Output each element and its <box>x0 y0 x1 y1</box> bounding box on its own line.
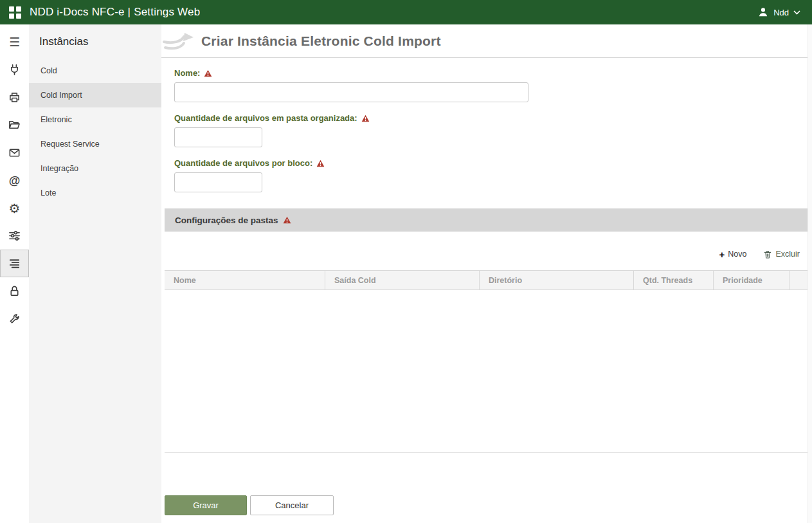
qtd-pasta-label-row: Quantidade de arquivos em pasta organiza… <box>174 113 807 123</box>
new-row-button[interactable]: + Novo <box>719 249 747 260</box>
sidebar-item-cold-import[interactable]: Cold Import <box>29 83 161 107</box>
gear-icon: ⚙ <box>9 202 21 215</box>
qtd-bloco-input[interactable] <box>174 172 262 192</box>
sidebar: Instâncias Cold Cold Import Eletronic Re… <box>29 24 161 523</box>
column-header-nome[interactable]: Nome <box>165 271 325 289</box>
user-icon <box>757 6 769 18</box>
top-bar: NDD i-Docs NFC-e | Settings Web Ndd <box>0 0 812 24</box>
sliders-icon <box>8 230 21 242</box>
form-actions: Gravar Cancelar <box>165 495 807 515</box>
delete-row-label: Excluir <box>775 250 800 259</box>
sidebar-item-lote[interactable]: Lote <box>29 181 161 205</box>
column-header-spacer <box>789 271 807 289</box>
sidebar-item-integracao[interactable]: Integração <box>29 156 161 181</box>
qtd-bloco-label: Quantidade de arquivos por bloco: <box>174 158 312 168</box>
rail-item-folders[interactable] <box>0 111 29 139</box>
qtd-pasta-label: Quantidade de arquivos em pasta organiza… <box>174 113 357 123</box>
save-button[interactable]: Gravar <box>165 495 247 515</box>
sidebar-item-eletronic[interactable]: Eletronic <box>29 107 161 132</box>
column-header-diretorio[interactable]: Diretório <box>480 271 634 289</box>
grid-toolbar: + Novo Excluir <box>165 246 807 262</box>
wrench-icon <box>8 313 21 325</box>
rail-item-parameters[interactable] <box>0 222 29 250</box>
app-title: NDD i-Docs NFC-e | Settings Web <box>30 6 200 19</box>
app-launcher-icon[interactable] <box>0 0 30 24</box>
at-sign-icon: @ <box>9 175 21 187</box>
rail-item-menu[interactable]: ☰ <box>0 28 29 56</box>
main-panel: Criar Instância Eletronic Cold Import No… <box>161 24 812 523</box>
sidebar-item-request-service[interactable]: Request Service <box>29 132 161 156</box>
qtd-pasta-input[interactable] <box>174 127 262 147</box>
printer-icon <box>8 91 21 104</box>
rail-item-tools[interactable] <box>0 305 29 333</box>
vertical-scrollbar[interactable] <box>807 24 812 523</box>
plug-icon <box>8 64 21 76</box>
required-warning-icon <box>283 216 291 224</box>
lock-icon <box>8 285 21 297</box>
column-header-saida-cold[interactable]: Saída Cold <box>325 271 480 289</box>
folder-open-icon <box>8 119 21 131</box>
nome-input[interactable] <box>174 82 528 102</box>
rail-item-at[interactable]: @ <box>0 167 29 194</box>
page-header-icon <box>163 30 196 52</box>
sidebar-title: Instâncias <box>29 24 161 59</box>
trash-icon <box>763 250 772 259</box>
column-header-prioridade[interactable]: Prioridade <box>714 271 789 289</box>
instances-list-icon <box>8 257 21 270</box>
rail-item-printers[interactable] <box>0 84 29 111</box>
rail-item-security[interactable] <box>0 277 29 305</box>
envelope-icon <box>8 147 21 159</box>
nome-label-row: Nome: <box>174 68 807 78</box>
rail-item-connections[interactable] <box>0 56 29 84</box>
delete-row-button[interactable]: Excluir <box>763 250 800 259</box>
qtd-bloco-label-row: Quantidade de arquivos por bloco: <box>174 158 807 168</box>
menu-icon: ☰ <box>9 36 20 48</box>
new-row-label: Novo <box>728 250 746 259</box>
rail-item-instances[interactable] <box>0 250 29 277</box>
cancel-button[interactable]: Cancelar <box>250 495 334 515</box>
required-warning-icon <box>316 160 325 167</box>
required-warning-icon <box>204 69 212 77</box>
page-title: Criar Instância Eletronic Cold Import <box>201 33 441 49</box>
plus-icon: + <box>719 249 725 260</box>
icon-rail: ☰ @ ⚙ <box>0 24 29 523</box>
sidebar-item-cold[interactable]: Cold <box>29 59 161 83</box>
page-header: Criar Instância Eletronic Cold Import <box>161 24 812 58</box>
grid-header-row: Nome Saída Cold Diretório Qtd. Threads P… <box>165 270 807 290</box>
nome-label: Nome: <box>174 68 200 78</box>
grid-body-empty <box>165 290 807 453</box>
chevron-down-icon <box>793 10 800 15</box>
column-header-qtd-threads[interactable]: Qtd. Threads <box>634 271 714 289</box>
required-warning-icon <box>361 115 370 122</box>
instance-form: Nome: Quantidade de arquivos em pasta or… <box>165 58 807 195</box>
section-header-pastas: Configurações de pastas <box>165 208 807 232</box>
user-name: Ndd <box>773 8 789 17</box>
user-menu[interactable]: Ndd <box>757 6 812 18</box>
rail-item-settings[interactable]: ⚙ <box>0 194 29 222</box>
section-title: Configurações de pastas <box>175 216 278 225</box>
rail-item-mail[interactable] <box>0 139 29 167</box>
